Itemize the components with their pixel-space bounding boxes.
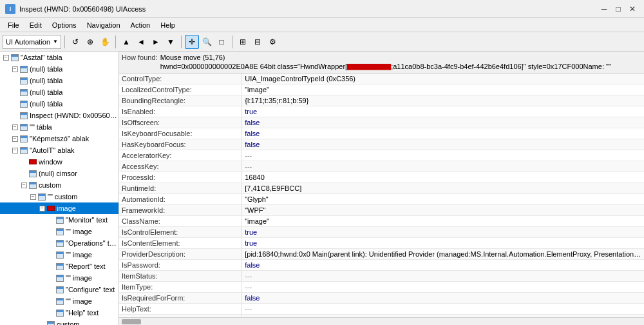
title-bar: I Inspect (HWND: 0x00560498) UIAccess ─ …	[0, 0, 644, 18]
window-controls: ─ □ ✕	[598, 3, 639, 15]
tree-node[interactable]: "Report" text	[0, 261, 118, 272]
app-icon: I	[5, 4, 15, 14]
menu-navigation[interactable]: Navigation	[82, 19, 126, 32]
close-button[interactable]: ✕	[626, 3, 639, 15]
tb-nav-up-button[interactable]: ▲	[119, 35, 133, 49]
tb-refresh-button[interactable]: ↺	[68, 35, 82, 49]
tree-node[interactable]: (null) tábla	[0, 98, 118, 110]
tree-node[interactable]: −"Asztal" tábla	[0, 52, 118, 63]
tree-node[interactable]: "" image	[0, 272, 118, 284]
property-value: 16840	[242, 172, 644, 183]
tree-toggle-icon	[46, 239, 55, 248]
tree-node[interactable]: custom	[0, 319, 118, 325]
tree-node[interactable]: −custom	[0, 179, 118, 191]
tree-node[interactable]: −"" tábla	[0, 121, 118, 133]
property-name: IsOffscreen:	[119, 117, 242, 128]
menu-action[interactable]: Action	[126, 19, 156, 32]
toolbar-section-3: ✛ 🔍 □	[185, 35, 229, 49]
tree-node-label: "AutoIT" ablak	[30, 146, 75, 154]
tree-node-label: "" custom	[48, 193, 77, 201]
property-name: AccessKey:	[119, 161, 242, 172]
tree-toggle-icon	[46, 297, 55, 306]
toolbar-separator-2	[115, 35, 116, 48]
tree-node[interactable]: "" image	[0, 295, 118, 307]
window-icon	[19, 99, 28, 108]
tree-node[interactable]: "Help" text	[0, 307, 118, 319]
tree-node[interactable]: −"Képmetszó" ablak	[0, 133, 118, 144]
property-value: false	[242, 117, 644, 128]
tree-node[interactable]: −"" custom	[0, 191, 118, 202]
tb-nav-prev-button[interactable]: ◄	[134, 35, 148, 49]
tree-node[interactable]: "Operations" text	[0, 237, 118, 249]
tb-highlight-button[interactable]: □	[214, 35, 229, 49]
window-icon	[19, 64, 28, 74]
tree-node-label: "Report" text	[66, 262, 106, 270]
property-row: AccessKey:---	[119, 161, 644, 172]
window-icon	[55, 215, 64, 224]
tree-node-label: image	[57, 204, 76, 212]
tree-toggle-icon[interactable]: −	[10, 146, 19, 155]
tree-toggle-icon[interactable]: −	[10, 64, 19, 74]
tree-node[interactable]: Inspect (HWND: 0x00560498) UIAcc	[0, 110, 118, 121]
tree-node[interactable]: −image	[0, 202, 118, 214]
property-value: ---	[242, 161, 644, 172]
tree-node-label: (null) tábla	[30, 88, 62, 96]
tb-hand-button[interactable]: ✋	[98, 35, 112, 49]
tree-toggle-icon[interactable]: −	[37, 204, 46, 213]
menu-help[interactable]: Help	[155, 19, 180, 32]
property-name: ClassName:	[119, 216, 242, 227]
tree-toggle-icon[interactable]: −	[28, 192, 37, 201]
tree-node-label: "" image	[66, 274, 92, 282]
property-name: RuntimeId:	[119, 183, 242, 194]
tree-node[interactable]: (null) cimsor	[0, 168, 118, 179]
bottom-scrollbar[interactable]	[119, 317, 644, 325]
restore-button[interactable]: □	[612, 3, 625, 15]
tree-node-label: Inspect (HWND: 0x00560498) UIAcc	[30, 112, 117, 119]
how-found-value: Mouse move (51,76) hwnd=0x000000000002E0…	[160, 53, 611, 72]
tree-node-label: "" image	[66, 251, 92, 259]
tree-toggle-icon[interactable]: −	[1, 53, 10, 62]
tree-toggle-icon[interactable]: −	[10, 123, 19, 132]
tb-collapse-button[interactable]: ⊟	[251, 35, 265, 49]
tree-node[interactable]: "Configure" text	[0, 284, 118, 295]
menu-options[interactable]: Options	[47, 19, 82, 32]
tree-node-label: custom	[57, 320, 79, 325]
property-row: HasKeyboardFocus:false	[119, 139, 644, 150]
tb-cursor-button[interactable]: ✛	[185, 35, 199, 49]
property-row: ItemType:---	[119, 282, 644, 293]
property-row: ControlType:UIA_ImageControlTypeId (0xC3…	[119, 74, 644, 84]
tree-node[interactable]: −"AutoIT" ablak	[0, 144, 118, 156]
window-icon	[19, 111, 28, 120]
menu-file[interactable]: File	[3, 19, 24, 32]
property-row: AcceleratorKey:---	[119, 150, 644, 161]
property-row: IsRequiredForForm:false	[119, 293, 644, 304]
property-name: IsKeyboardFocusable:	[119, 128, 242, 139]
minimize-button[interactable]: ─	[598, 3, 611, 15]
tb-expand-button[interactable]: ⊞	[236, 35, 250, 49]
tree-node[interactable]: window	[0, 156, 118, 168]
tree-node[interactable]: "Monitor" text	[0, 214, 118, 226]
window-icon	[37, 192, 46, 201]
menu-edit[interactable]: Edit	[24, 19, 47, 32]
tree-node[interactable]: "" image	[0, 249, 118, 261]
tree-toggle-icon[interactable]: −	[19, 181, 28, 190]
property-name: HelpText:	[119, 304, 242, 315]
tb-target-button[interactable]: ⊕	[83, 35, 97, 49]
window-icon	[55, 297, 64, 306]
tree-node[interactable]: "" image	[0, 226, 118, 237]
tree-panel[interactable]: −"Asztal" tábla−(null) tábla(null) tábla…	[0, 52, 119, 325]
property-row: ProviderDescription:[pid:16840;hwnd:0x0 …	[119, 249, 644, 260]
tree-node[interactable]: (null) tábla	[0, 75, 118, 86]
tb-settings-button[interactable]: ⚙	[265, 35, 279, 49]
tree-node[interactable]: −(null) tábla	[0, 63, 118, 75]
automation-type-dropdown[interactable]: UI Automation ▼	[3, 35, 61, 49]
property-row: HelpText:---	[119, 304, 644, 315]
property-name: IsEnabled:	[119, 106, 242, 117]
tree-node[interactable]: (null) tábla	[0, 86, 118, 98]
tree-toggle-icon[interactable]: −	[10, 134, 19, 143]
tb-find-button[interactable]: 🔍	[200, 35, 214, 49]
tree-node-label: "Configure" text	[66, 286, 115, 293]
window-icon	[46, 320, 55, 325]
tb-nav-down-button[interactable]: ▼	[164, 35, 178, 49]
tb-nav-next-button[interactable]: ►	[149, 35, 163, 49]
